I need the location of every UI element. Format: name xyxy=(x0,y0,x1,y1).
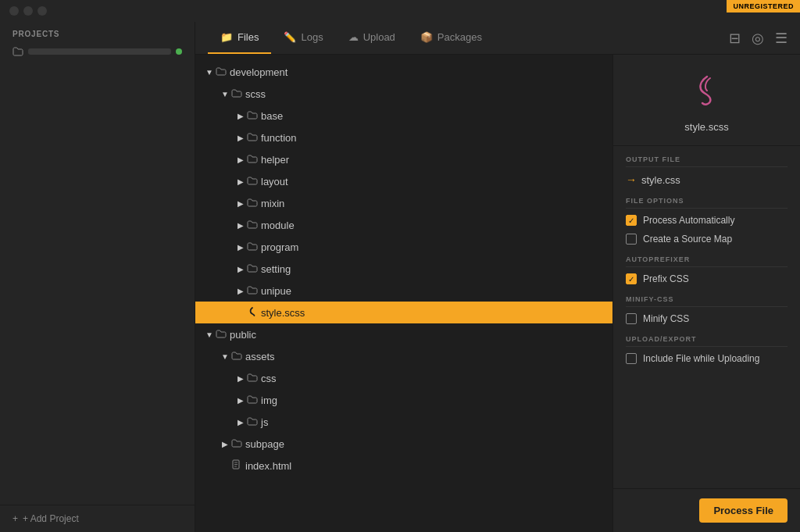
file-options-section-label: FILE OPTIONS xyxy=(626,197,788,209)
maximize-button[interactable] xyxy=(38,6,47,16)
tree-item-icon xyxy=(216,328,227,341)
tree-item[interactable]: ▶base xyxy=(195,105,612,127)
include-file-label: Include File while Uploading xyxy=(643,353,759,364)
tree-item-icon xyxy=(247,394,258,407)
tree-item[interactable]: ▶helper xyxy=(195,148,612,170)
tree-item-icon xyxy=(247,197,258,210)
sidebar: PROJECTS + + Add Project xyxy=(0,22,195,532)
logs-tab-icon: ✏️ xyxy=(284,31,296,43)
tree-item[interactable]: ▶js xyxy=(195,411,612,433)
files-tab-icon: 📁 xyxy=(220,31,233,43)
sidebar-footer: + + Add Project xyxy=(0,505,195,532)
tab-logs[interactable]: ✏️ Logs xyxy=(271,22,335,54)
process-auto-checkbox[interactable]: ✓ xyxy=(626,215,637,226)
tree-item[interactable]: ▶mixin xyxy=(195,192,612,214)
tree-item[interactable]: ▼scss xyxy=(195,83,612,105)
tree-arrow-icon: ▶ xyxy=(234,396,247,405)
tree-item-name: helper xyxy=(261,154,289,166)
include-file-checkbox[interactable] xyxy=(626,353,637,364)
tab-upload[interactable]: ☁ Upload xyxy=(336,22,408,54)
tree-item-name: assets xyxy=(245,351,275,362)
refresh-icon[interactable]: ◎ xyxy=(752,30,764,47)
tree-arrow-icon: ▼ xyxy=(203,330,216,339)
tab-files[interactable]: 📁 Files xyxy=(208,22,271,54)
minify-css-section-label: MINIFY-CSS xyxy=(626,295,788,307)
minimize-button[interactable] xyxy=(23,6,33,16)
tree-item-icon xyxy=(247,131,258,145)
tree-arrow-icon: ▶ xyxy=(234,134,247,142)
source-map-label: Create a Source Map xyxy=(643,234,732,245)
output-file-value: style.css xyxy=(641,174,680,186)
tree-item[interactable]: ▶setting xyxy=(195,258,612,280)
tree-item[interactable]: ▶unipue xyxy=(195,280,612,302)
process-file-button[interactable]: Process File xyxy=(699,498,788,523)
tree-item-icon xyxy=(247,372,258,385)
tab-packages[interactable]: 📦 Packages xyxy=(408,22,495,54)
tree-item[interactable]: ▶function xyxy=(195,127,612,148)
tree-item-name: public xyxy=(230,329,256,341)
packages-tab-label: Packages xyxy=(438,31,482,43)
tree-arrow-icon: ▶ xyxy=(234,177,247,186)
option-process-auto[interactable]: ✓ Process Automatically xyxy=(626,215,788,226)
tree-item[interactable]: index.html xyxy=(195,455,612,477)
prefix-css-checkbox[interactable]: ✓ xyxy=(626,273,637,284)
files-tab-label: Files xyxy=(238,31,259,43)
tree-arrow-icon: ▶ xyxy=(234,243,247,252)
tree-item-icon xyxy=(247,153,258,166)
tree-item-name: program xyxy=(261,241,298,253)
tree-item[interactable]: ▼assets xyxy=(195,345,612,367)
tree-item-name: img xyxy=(261,395,277,406)
prefix-css-label: Prefix CSS xyxy=(643,273,689,284)
close-button[interactable] xyxy=(9,6,19,16)
tree-item-icon xyxy=(247,219,258,232)
option-source-map[interactable]: Create a Source Map xyxy=(626,234,788,245)
menu-icon[interactable]: ☰ xyxy=(775,30,788,47)
tree-arrow-icon: ▼ xyxy=(219,90,231,98)
tree-item[interactable]: ▶program xyxy=(195,236,612,258)
tree-arrow-icon: ▶ xyxy=(234,199,247,208)
minify-css-checkbox[interactable] xyxy=(626,313,637,324)
tree-arrow-icon: ▼ xyxy=(203,68,216,77)
tree-item[interactable]: style.scss xyxy=(195,302,612,323)
output-arrow-icon: → xyxy=(626,173,637,186)
project-item[interactable] xyxy=(0,43,195,60)
main-layout: PROJECTS + + Add Project 📁 File xyxy=(0,22,800,532)
tree-arrow-icon: ▶ xyxy=(234,221,247,230)
tree-item-icon xyxy=(231,350,242,363)
tree-item[interactable]: ▶subpage xyxy=(195,433,612,455)
bottom-content: ▼development▼scss▶base▶function▶helper▶l… xyxy=(195,55,800,532)
unregistered-badge: UNREGISTERED xyxy=(727,0,800,12)
file-tree: ▼development▼scss▶base▶function▶helper▶l… xyxy=(195,55,612,532)
tree-item[interactable]: ▶img xyxy=(195,389,612,411)
titlebar: UNREGISTERED xyxy=(0,0,800,22)
tree-item-name: development xyxy=(230,66,288,78)
right-panel-header: style.scss xyxy=(613,55,800,146)
tree-arrow-icon: ▶ xyxy=(234,287,247,295)
tree-item-icon xyxy=(216,66,227,79)
right-panel: style.scss OUTPUT FILE → style.css FILE … xyxy=(612,55,800,532)
tree-item[interactable]: ▼development xyxy=(195,61,612,83)
option-prefix-css[interactable]: ✓ Prefix CSS xyxy=(626,273,788,284)
plus-icon: + xyxy=(12,513,18,524)
tree-item-name: base xyxy=(261,110,283,122)
tree-item[interactable]: ▶module xyxy=(195,214,612,236)
add-project-button[interactable]: + + Add Project xyxy=(12,513,182,524)
grid-icon[interactable]: ⊟ xyxy=(729,30,741,47)
upload-export-section-label: UPLOAD/EXPORT xyxy=(626,335,788,347)
tree-item[interactable]: ▶layout xyxy=(195,170,612,192)
tree-item-icon xyxy=(247,416,258,429)
source-map-checkbox[interactable] xyxy=(626,234,637,245)
tree-item[interactable]: ▼public xyxy=(195,323,612,345)
tree-arrow-icon: ▶ xyxy=(234,418,247,427)
process-auto-label: Process Automatically xyxy=(643,215,734,226)
tree-item-name: css xyxy=(261,373,277,384)
upload-tab-icon: ☁ xyxy=(348,31,359,43)
tree-arrow-icon: ▶ xyxy=(234,374,247,383)
tree-item-name: subpage xyxy=(245,438,284,450)
tree-item-name: module xyxy=(261,220,295,231)
autoprefixer-section-label: AUTOPREFIXER xyxy=(626,255,788,267)
projects-header: PROJECTS xyxy=(0,22,195,43)
option-minify-css[interactable]: Minify CSS xyxy=(626,313,788,324)
option-include-file[interactable]: Include File while Uploading xyxy=(626,353,788,364)
tree-item[interactable]: ▶css xyxy=(195,367,612,389)
